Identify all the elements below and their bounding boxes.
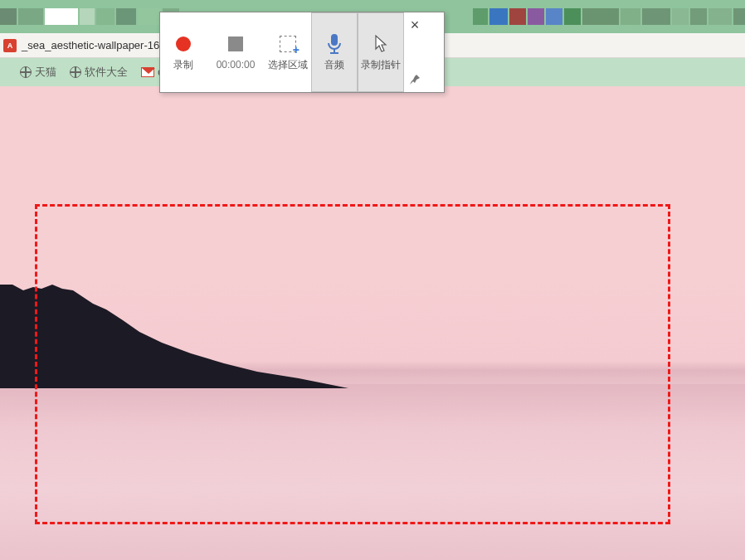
select-area-icon bbox=[278, 34, 298, 54]
recording-selection-area[interactable] bbox=[35, 204, 670, 524]
svg-rect-0 bbox=[331, 34, 338, 46]
stop-icon bbox=[226, 34, 246, 54]
bookmark-label: 软件大全 bbox=[85, 65, 128, 80]
pin-icon[interactable] bbox=[409, 74, 421, 85]
globe-icon bbox=[20, 66, 32, 78]
bookmark-label: 天猫 bbox=[35, 65, 56, 80]
record-label: 录制 bbox=[173, 59, 193, 71]
audio-button[interactable]: 音频 bbox=[311, 12, 358, 92]
panel-side-controls: × bbox=[404, 12, 426, 92]
record-button[interactable]: 录制 bbox=[160, 12, 207, 92]
stop-timer-button[interactable]: 00:00:00 bbox=[207, 12, 265, 92]
gmail-icon bbox=[141, 67, 154, 77]
screen-recorder-toolbar[interactable]: 录制 00:00:00 选择区域 音频 bbox=[159, 12, 445, 93]
record-pointer-button[interactable]: 录制指针 bbox=[358, 12, 404, 92]
select-area-button[interactable]: 选择区域 bbox=[265, 12, 311, 92]
tab-favicon: A bbox=[3, 39, 17, 52]
bookmark-tianmao[interactable]: 天猫 bbox=[20, 65, 56, 80]
microphone-icon bbox=[324, 34, 344, 54]
audio-label: 音频 bbox=[324, 59, 344, 71]
cursor-icon bbox=[371, 34, 391, 54]
tab-title: _sea_aesthetic-wallpaper-16 bbox=[22, 39, 159, 51]
select-area-label: 选择区域 bbox=[268, 59, 308, 71]
timer-display: 00:00:00 bbox=[217, 59, 256, 71]
record-icon bbox=[173, 34, 193, 54]
record-pointer-label: 录制指针 bbox=[361, 59, 401, 71]
close-button[interactable]: × bbox=[411, 17, 420, 32]
bookmark-software[interactable]: 软件大全 bbox=[70, 65, 128, 80]
globe-icon bbox=[70, 66, 81, 78]
